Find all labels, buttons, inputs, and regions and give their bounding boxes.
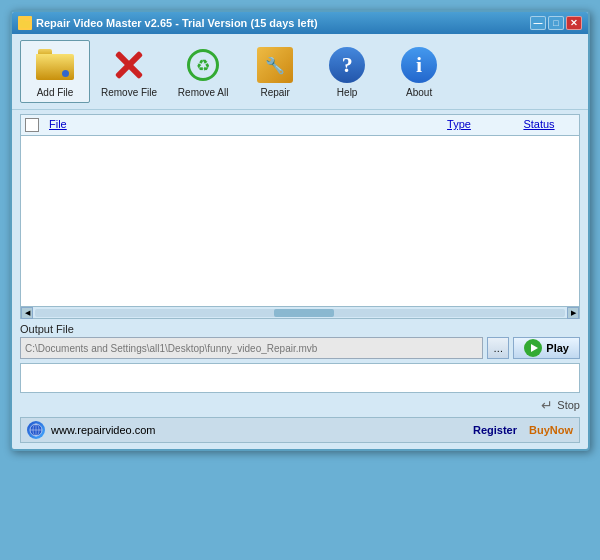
help-button[interactable]: ? Help (312, 40, 382, 103)
repair-button[interactable]: 🔧 Repair (240, 40, 310, 103)
file-list-area: File Type Status ◀ ▶ (20, 114, 580, 319)
file-list-header: File Type Status (21, 115, 579, 136)
select-all-checkbox[interactable] (25, 118, 39, 132)
play-label: Play (546, 342, 569, 354)
browse-button[interactable]: … (487, 337, 509, 359)
register-link[interactable]: Register (473, 424, 517, 436)
website-link[interactable]: www.repairvideo.com (51, 424, 156, 436)
scrollbar-thumb[interactable] (274, 309, 334, 317)
remove-all-button[interactable]: ♻ Remove All (168, 40, 238, 103)
remove-all-label: Remove All (178, 87, 229, 98)
play-icon (524, 339, 542, 357)
buynow-link[interactable]: BuyNow (529, 424, 573, 436)
help-label: Help (337, 87, 358, 98)
output-section: Output File … Play (20, 323, 580, 359)
progress-bar (20, 363, 580, 393)
about-label: About (406, 87, 432, 98)
remove-file-button[interactable]: Remove File (92, 40, 166, 103)
play-triangle (531, 344, 538, 352)
repair-label: Repair (260, 87, 289, 98)
main-window: Repair Video Master v2.65 - Trial Versio… (10, 10, 590, 451)
output-row: … Play (20, 337, 580, 359)
remove-file-label: Remove File (101, 87, 157, 98)
type-column-header[interactable]: Type (419, 117, 499, 133)
remove-file-icon (109, 45, 149, 85)
status-left: www.repairvideo.com (27, 421, 156, 439)
stop-icon: ↵ (541, 397, 553, 413)
app-icon (18, 16, 32, 30)
title-bar: Repair Video Master v2.65 - Trial Versio… (12, 12, 588, 34)
play-button[interactable]: Play (513, 337, 580, 359)
check-column (21, 117, 45, 133)
file-list-body (21, 136, 579, 306)
status-bar: www.repairvideo.com Register BuyNow (20, 417, 580, 443)
add-file-icon (35, 45, 75, 85)
horizontal-scrollbar[interactable]: ◀ ▶ (21, 306, 579, 318)
scroll-right-arrow[interactable]: ▶ (567, 307, 579, 319)
repair-icon: 🔧 (255, 45, 295, 85)
output-path-input[interactable] (20, 337, 483, 359)
scrollbar-track[interactable] (35, 309, 565, 317)
maximize-button[interactable]: □ (548, 16, 564, 30)
status-column-header[interactable]: Status (499, 117, 579, 133)
about-icon: i (399, 45, 439, 85)
stop-button[interactable]: Stop (557, 399, 580, 411)
minimize-button[interactable]: — (530, 16, 546, 30)
scroll-left-arrow[interactable]: ◀ (21, 307, 33, 319)
title-buttons: — □ ✕ (530, 16, 582, 30)
add-file-button[interactable]: Add File (20, 40, 90, 103)
help-icon: ? (327, 45, 367, 85)
close-button[interactable]: ✕ (566, 16, 582, 30)
output-label: Output File (20, 323, 580, 335)
add-file-label: Add File (37, 87, 74, 98)
status-right: Register BuyNow (473, 424, 573, 436)
about-button[interactable]: i About (384, 40, 454, 103)
globe-icon (27, 421, 45, 439)
toolbar: Add File Remove File ♻ Remove All 🔧 (12, 34, 588, 110)
stop-row: ↵ Stop (20, 397, 580, 413)
file-column-header[interactable]: File (45, 117, 419, 133)
title-bar-left: Repair Video Master v2.65 - Trial Versio… (18, 16, 318, 30)
svg-rect-1 (20, 19, 25, 23)
remove-all-icon: ♻ (183, 45, 223, 85)
window-title: Repair Video Master v2.65 - Trial Versio… (36, 17, 318, 29)
